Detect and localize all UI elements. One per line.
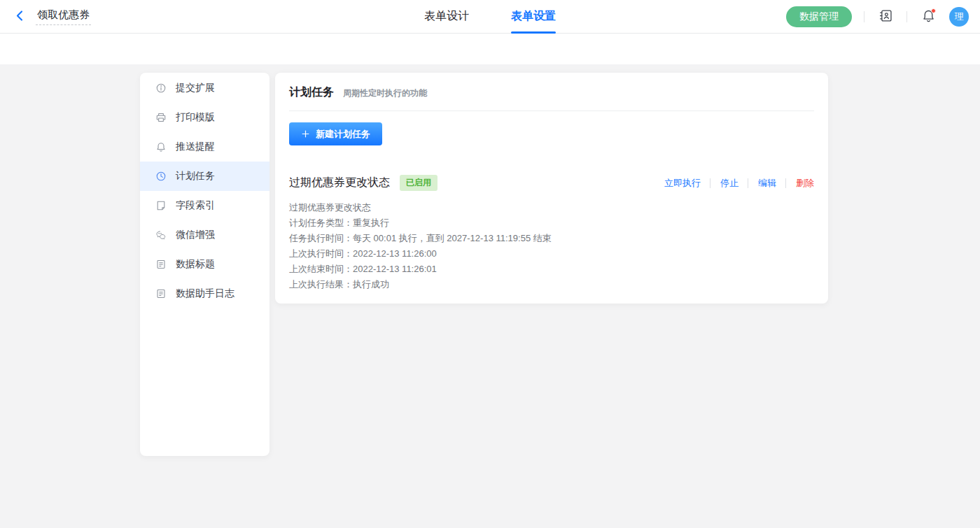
sidebar-item-label: 推送提醒 xyxy=(176,141,215,153)
sidebar-item-label: 打印模版 xyxy=(176,111,215,124)
list-icon xyxy=(155,259,167,270)
tab-form-settings[interactable]: 表单设置 xyxy=(511,0,556,34)
sidebar-item-data-title[interactable]: 数据标题 xyxy=(140,250,270,279)
sidebar-item-label: 字段索引 xyxy=(176,199,215,212)
sidebar-item-label: 微信增强 xyxy=(176,229,215,241)
bell-icon xyxy=(155,141,167,152)
task-details: 过期优惠券更改状态计划任务类型：重复执行任务执行时间：每天 00:01 执行，直… xyxy=(289,200,814,292)
task-detail-line: 上次执行结果：执行成功 xyxy=(289,277,814,292)
printer-icon xyxy=(155,112,167,123)
toolbar-strip xyxy=(0,34,980,64)
address-book-icon xyxy=(878,8,893,25)
sidebar-item-data-assistant-log[interactable]: 数据助手日志 xyxy=(140,279,270,308)
task-title-group: 过期优惠券更改状态 已启用 xyxy=(289,175,438,191)
task-header-row: 过期优惠券更改状态 已启用 立即执行停止编辑删除 xyxy=(289,175,814,191)
app-root: 领取优惠券 表单设计表单设置 数据管理 理 xyxy=(0,0,980,527)
plus-icon xyxy=(301,129,310,138)
header-left: 领取优惠券 xyxy=(11,8,91,25)
avatar[interactable]: 理 xyxy=(949,7,969,27)
sidebar-item-label: 提交扩展 xyxy=(176,82,215,94)
task-name: 过期优惠券更改状态 xyxy=(289,176,390,190)
list-icon xyxy=(155,288,167,299)
task-action-edit[interactable]: 编辑 xyxy=(748,178,776,188)
header-divider xyxy=(864,11,864,22)
task-detail-line: 过期优惠券更改状态 xyxy=(289,200,814,215)
sidebar-item-field-index[interactable]: 字段索引 xyxy=(140,191,270,220)
header-divider xyxy=(906,11,907,22)
top-header: 领取优惠券 表单设计表单设置 数据管理 理 xyxy=(0,0,980,34)
task-detail-line: 上次执行时间：2022-12-13 11:26:00 xyxy=(289,246,814,262)
panel-header: 计划任务 周期性定时执行的功能 xyxy=(289,85,814,111)
data-manage-button[interactable]: 数据管理 xyxy=(786,6,852,27)
task-actions: 立即执行停止编辑删除 xyxy=(664,178,814,188)
task-detail-line: 任务执行时间：每天 00:01 执行，直到 2027-12-13 11:19:5… xyxy=(289,231,814,246)
sidebar-item-submit-extension[interactable]: 提交扩展 xyxy=(140,73,270,103)
info-icon xyxy=(155,83,167,94)
task-detail-line: 上次结束时间：2022-12-13 11:26:01 xyxy=(289,262,814,277)
notification-dot xyxy=(931,8,936,13)
sidebar-item-wechat-enhance[interactable]: 微信增强 xyxy=(140,220,270,250)
back-chevron-icon xyxy=(14,10,26,24)
clock-icon xyxy=(155,171,167,182)
sidebar-item-push-reminder[interactable]: 推送提醒 xyxy=(140,132,270,162)
task-action-stop[interactable]: 停止 xyxy=(710,178,738,188)
new-task-button-label: 新建计划任务 xyxy=(316,128,370,141)
panel-subtitle: 周期性定时执行的功能 xyxy=(343,87,427,99)
settings-sidebar: 提交扩展 打印模版 推送提醒 计划任务 xyxy=(140,73,270,456)
task-card: 过期优惠券更改状态 已启用 立即执行停止编辑删除 过期优惠券更改状态计划任务类型… xyxy=(289,175,814,292)
file-icon xyxy=(155,200,167,211)
header-right: 数据管理 理 xyxy=(786,6,969,27)
sidebar-item-label: 计划任务 xyxy=(176,170,215,183)
form-title[interactable]: 领取优惠券 xyxy=(36,8,91,25)
sidebar-item-print-template[interactable]: 打印模版 xyxy=(140,103,270,132)
sidebar-item-label: 数据标题 xyxy=(176,258,215,271)
sidebar-item-scheduled-task[interactable]: 计划任务 xyxy=(140,162,270,191)
back-button[interactable] xyxy=(11,8,28,25)
sidebar-menu: 提交扩展 打印模版 推送提醒 计划任务 xyxy=(140,73,270,308)
task-action-delete[interactable]: 删除 xyxy=(785,178,814,188)
scheduled-tasks-panel: 计划任务 周期性定时执行的功能 新建计划任务 过期优惠券更改状态 已启用 xyxy=(275,73,828,304)
header-tabs: 表单设计表单设置 xyxy=(424,0,556,34)
task-action-run-now[interactable]: 立即执行 xyxy=(664,178,701,188)
wechat-icon xyxy=(155,229,167,241)
tab-form-design[interactable]: 表单设计 xyxy=(424,0,469,34)
contacts-button[interactable] xyxy=(876,8,895,26)
panel-title: 计划任务 xyxy=(289,85,334,100)
task-detail-line: 计划任务类型：重复执行 xyxy=(289,215,814,231)
content-area: 提交扩展 打印模版 推送提醒 计划任务 xyxy=(0,64,980,527)
sidebar-item-label: 数据助手日志 xyxy=(176,287,234,300)
new-task-button[interactable]: 新建计划任务 xyxy=(289,122,382,145)
task-status-badge: 已启用 xyxy=(400,175,438,191)
notification-button[interactable] xyxy=(919,8,937,26)
